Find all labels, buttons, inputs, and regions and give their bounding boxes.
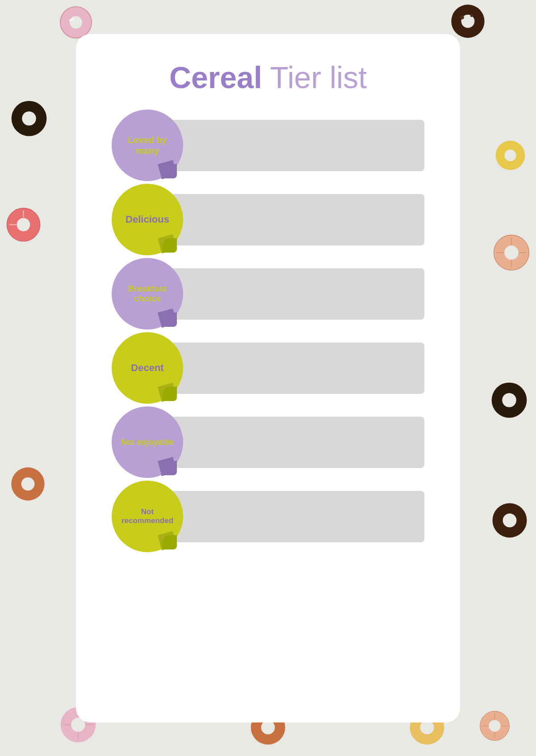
tier-row-delicious: Delicious xyxy=(112,190,424,249)
svg-point-6 xyxy=(461,16,465,20)
tier-label-not-recommended: Notrecommended xyxy=(117,503,178,530)
page-title: Cereal Tier list xyxy=(112,61,424,94)
tier-label-decent: Decent xyxy=(126,358,168,378)
main-card: Cereal Tier list Loved bymany Delicious xyxy=(76,34,460,722)
deco-donut-left-3 xyxy=(9,465,47,503)
tier-row-not-enjoyable: Not enjoyable xyxy=(112,413,424,471)
tier-label-not-enjoyable: Not enjoyable xyxy=(117,433,178,452)
tier-content-delicious xyxy=(170,194,424,245)
deco-donut-left-1 xyxy=(9,98,49,139)
tier-label-loved: Loved bymany xyxy=(123,130,172,160)
svg-point-29 xyxy=(503,514,517,528)
tier-badge-breakfast: Breakfastchoice xyxy=(112,258,183,329)
svg-point-9 xyxy=(22,111,36,126)
tier-row-loved: Loved bymany xyxy=(112,116,424,174)
svg-point-37 xyxy=(261,721,275,735)
svg-point-42 xyxy=(489,720,500,731)
tier-content-decent xyxy=(170,342,424,394)
tier-badge-loved: Loved bymany xyxy=(112,110,183,181)
svg-point-7 xyxy=(470,14,473,17)
tier-badge-not-recommended: Notrecommended xyxy=(112,481,183,552)
deco-donut-left-2 xyxy=(4,206,42,244)
tier-badge-delicious: Delicious xyxy=(112,184,183,255)
tier-row-not-recommended: Notrecommended xyxy=(112,487,424,545)
svg-point-39 xyxy=(420,721,434,735)
svg-point-12 xyxy=(17,218,30,232)
svg-point-27 xyxy=(502,393,516,407)
svg-point-16 xyxy=(21,477,35,491)
page-container: Cereal Tier list Loved bymany Delicious xyxy=(0,0,536,756)
tier-row-decent: Decent xyxy=(112,339,424,397)
deco-donut-bottom-far-right xyxy=(478,709,511,743)
tier-label-delicious: Delicious xyxy=(121,209,174,230)
deco-donut-right-4 xyxy=(490,501,529,540)
svg-point-21 xyxy=(504,245,519,260)
deco-donut-right-3 xyxy=(489,380,529,420)
svg-point-18 xyxy=(504,149,516,161)
tier-row-breakfast: Breakfastchoice xyxy=(112,265,424,323)
title-tier-list: Tier list xyxy=(262,60,367,94)
tier-content-not-recommended xyxy=(170,491,424,542)
deco-donut-right-2 xyxy=(491,232,532,273)
tier-list: Loved bymany Delicious Breakfastchoice xyxy=(112,116,424,545)
deco-donut-top-right xyxy=(449,2,487,40)
deco-donut-right-1 xyxy=(494,139,527,172)
tier-content-loved xyxy=(170,120,424,171)
tier-badge-not-enjoyable: Not enjoyable xyxy=(112,406,183,478)
tier-content-breakfast xyxy=(170,268,424,320)
tier-badge-decent: Decent xyxy=(112,332,183,404)
tier-content-not-enjoyable xyxy=(170,417,424,468)
title-cereal: Cereal xyxy=(169,60,262,94)
svg-point-2 xyxy=(70,16,82,29)
tier-label-breakfast: Breakfastchoice xyxy=(124,279,172,309)
